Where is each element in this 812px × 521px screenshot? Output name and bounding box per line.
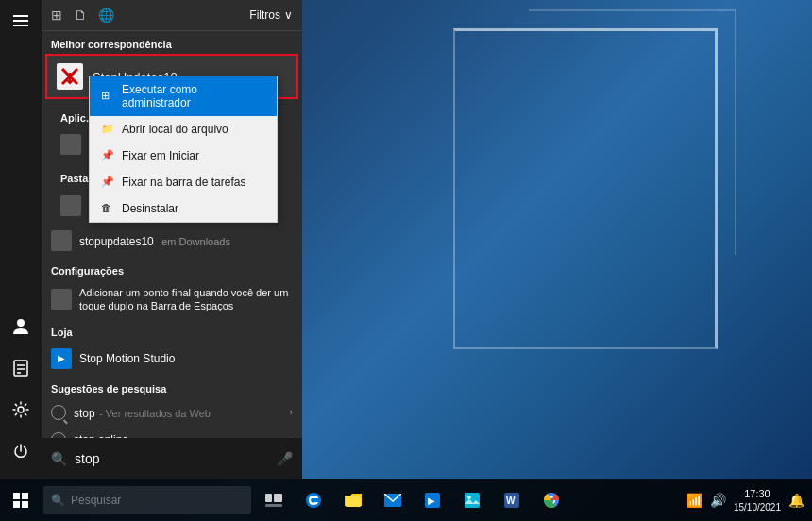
loja-item-name: Stop Motion Studio	[79, 352, 175, 365]
context-uninstall-label: Desinstalar	[122, 202, 178, 215]
downloads-app-icon	[51, 230, 72, 251]
sidebar-bottom-icons	[0, 306, 42, 472]
search-suggest-icon-0	[51, 405, 66, 420]
taskbar-volume-icon[interactable]: 🔊	[710, 493, 726, 508]
svg-rect-13	[274, 494, 282, 502]
trash-icon: 🗑	[101, 202, 114, 215]
svg-rect-5	[13, 25, 28, 26]
hamburger-menu-icon[interactable]	[0, 0, 42, 42]
downloads-text-wrap: stopupdates10 em Downloads	[79, 232, 230, 249]
chevron-down-icon: ∨	[284, 8, 293, 22]
search-top-bar: ⊞ 🗋 🌐 Filtros ∨	[42, 0, 302, 31]
store-icon: ▶	[51, 348, 72, 369]
filters-label: Filtros	[249, 8, 280, 22]
search-input[interactable]	[75, 451, 269, 466]
loja-item[interactable]: ▶ Stop Motion Studio	[42, 342, 302, 376]
pin-taskbar-icon: 📌	[101, 176, 114, 189]
taskbar-right: 📶 🔊 17:30 15/10/2021 🔔	[686, 487, 812, 513]
svg-point-6	[17, 319, 25, 327]
svg-rect-3	[13, 15, 28, 17]
taskbar-notification-icon[interactable]: 🔔	[788, 493, 804, 508]
suggest-sub-0: - Ver resultados da Web	[99, 408, 211, 419]
svg-point-11	[18, 407, 24, 412]
taskbar: 🔍 Pesquisar	[0, 479, 812, 521]
taskbar-clock[interactable]: 17:30 15/10/2021	[734, 487, 781, 513]
start-button[interactable]	[0, 479, 42, 521]
sidebar-icons	[0, 0, 42, 479]
suggest-item-0[interactable]: stop - Ver resultados da Web ›	[42, 398, 302, 427]
context-pin-taskbar-label: Fixar na barra de tarefas	[122, 176, 245, 189]
grid-icon[interactable]: ⊞	[51, 8, 62, 23]
context-open-location[interactable]: 📁 Abrir local do arquivo	[90, 116, 277, 143]
svg-rect-14	[265, 504, 282, 507]
svg-point-15	[306, 493, 321, 508]
context-open-location-label: Abrir local do arquivo	[122, 123, 228, 136]
context-pin-taskbar[interactable]: 📌 Fixar na barra de tarefas	[90, 169, 277, 195]
config-icon	[51, 289, 72, 310]
run-admin-icon: ⊞	[101, 90, 114, 103]
taskbar-taskview[interactable]	[255, 479, 293, 521]
folder-icon: 📁	[101, 123, 114, 136]
config-section-label: Configurações	[42, 258, 302, 280]
globe-icon[interactable]: 🌐	[98, 8, 114, 23]
context-run-admin-label: Executar como administrador	[122, 83, 265, 109]
taskbar-apps: ▶ W	[255, 479, 570, 521]
search-input-icon: 🔍	[51, 451, 67, 466]
taskbar-search-text: Pesquisar	[71, 494, 121, 507]
suggest-text-wrap-0: stop - Ver resultados da Web	[74, 404, 211, 421]
document-icon[interactable]: 🗋	[74, 8, 87, 23]
context-pin-start[interactable]: 📌 Fixar em Iniciar	[90, 143, 277, 169]
svg-rect-16	[346, 496, 361, 507]
svg-rect-20	[465, 493, 480, 508]
taskbar-photos[interactable]	[453, 479, 491, 521]
windows-logo	[13, 493, 28, 508]
context-pin-start-label: Fixar em Iniciar	[122, 149, 199, 162]
search-input-bar: 🔍 🎤	[42, 438, 302, 479]
taskbar-store[interactable]: ▶	[414, 479, 451, 521]
loja-label: Loja	[42, 319, 302, 342]
svg-rect-12	[265, 494, 272, 502]
config-item[interactable]: Adicionar um ponto final quando você der…	[42, 280, 302, 319]
person-icon[interactable]	[0, 306, 42, 347]
taskbar-network-icon[interactable]: 📶	[686, 493, 702, 508]
documents-icon[interactable]	[0, 347, 42, 389]
taskbar-search-icon: 🔍	[51, 494, 65, 507]
power-icon[interactable]	[0, 430, 42, 472]
taskbar-date: 15/10/2021	[734, 501, 781, 513]
suggest-text-0: stop	[74, 407, 95, 420]
svg-text:▶: ▶	[428, 496, 435, 506]
start-search-panel: ⊞ 🗋 🌐 Filtros ∨ Melhor correspondência S…	[42, 0, 302, 479]
settings-icon[interactable]	[0, 389, 42, 430]
downloads-item[interactable]: stopupdates10 em Downloads	[42, 224, 302, 258]
taskbar-time: 17:30	[734, 487, 781, 500]
folder-app-icon	[60, 195, 81, 216]
taskbar-edge[interactable]	[295, 479, 332, 521]
taskbar-search[interactable]: 🔍 Pesquisar	[43, 486, 251, 514]
svg-point-21	[467, 496, 471, 499]
app-icon	[60, 134, 81, 155]
taskbar-mail[interactable]	[374, 479, 412, 521]
config-item-text: Adicionar um ponto final quando você der…	[79, 286, 293, 313]
context-menu: ⊞ Executar como administrador 📁 Abrir lo…	[89, 76, 278, 223]
downloads-item-name: stopupdates10	[79, 235, 154, 248]
svg-text:W: W	[506, 496, 516, 506]
pin-start-icon: 📌	[101, 149, 114, 162]
chevron-icon-0: ›	[290, 407, 293, 417]
downloads-item-sub: em Downloads	[161, 236, 230, 247]
stopupdates-icon	[57, 63, 83, 90]
taskbar-chrome[interactable]	[533, 479, 570, 521]
best-match-label: Melhor correspondência	[42, 31, 302, 54]
context-run-admin[interactable]: ⊞ Executar como administrador	[90, 76, 277, 116]
mic-icon[interactable]: 🎤	[277, 451, 293, 466]
taskbar-explorer[interactable]	[334, 479, 372, 521]
filters-button[interactable]: Filtros ∨	[249, 8, 293, 22]
taskbar-word[interactable]: W	[493, 479, 531, 521]
context-uninstall[interactable]: 🗑 Desinstalar	[90, 195, 277, 222]
sugestoes-label: Sugestões de pesquisa	[42, 376, 302, 398]
desktop-decoration-2	[529, 9, 736, 255]
svg-rect-4	[13, 20, 28, 22]
